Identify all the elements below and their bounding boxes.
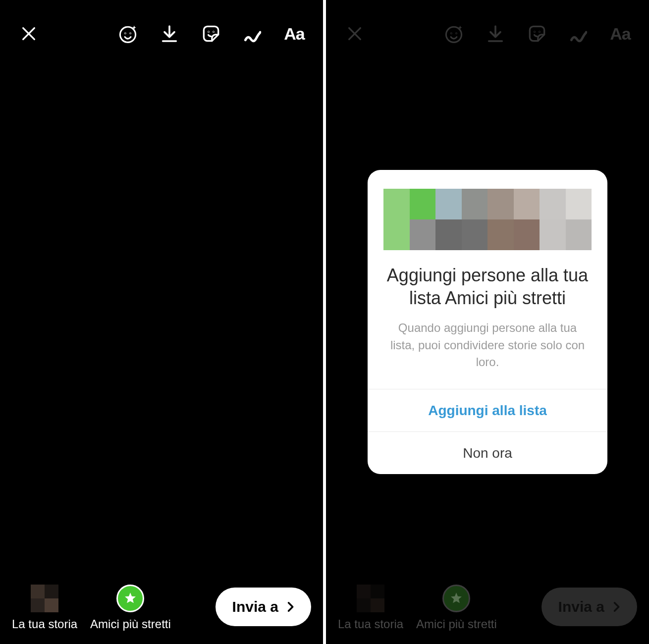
draw-icon[interactable] — [242, 23, 264, 45]
your-story-option[interactable]: La tua storia — [12, 585, 77, 631]
download-icon[interactable] — [159, 23, 180, 45]
text-tool-icon[interactable]: Aa — [283, 23, 305, 45]
chevron-right-icon — [283, 600, 297, 614]
story-editor-toolbar: Aa — [0, 19, 323, 49]
close-friends-option[interactable]: Amici più stretti — [90, 585, 171, 631]
svg-point-3 — [125, 33, 126, 34]
svg-point-2 — [120, 27, 135, 42]
svg-point-8 — [214, 32, 214, 32]
send-to-button[interactable]: Invia a — [216, 588, 311, 626]
svg-point-9 — [259, 31, 261, 33]
send-to-label: Invia a — [232, 598, 278, 615]
close-friends-modal: Aggiungi persone alla tua lista Amici pi… — [368, 170, 607, 475]
not-now-button[interactable]: Non ora — [368, 431, 607, 474]
story-editor-right: Aa La tua storia Amici più stretti Invia… — [326, 0, 649, 644]
star-icon — [116, 585, 144, 612]
effects-icon[interactable] — [117, 23, 139, 45]
close-icon[interactable] — [18, 23, 40, 45]
your-story-label: La tua storia — [12, 617, 77, 631]
sticker-icon[interactable] — [200, 23, 222, 45]
modal-description: Quando aggiungi persone alla tua lista, … — [368, 310, 607, 389]
modal-overlay[interactable]: Aggiungi persone alla tua lista Amici pi… — [326, 0, 649, 644]
story-share-bar: La tua storia Amici più stretti Invia a — [0, 572, 323, 631]
svg-point-4 — [130, 33, 131, 34]
avatar — [31, 585, 58, 612]
modal-illustration — [368, 170, 607, 264]
svg-point-7 — [209, 32, 209, 32]
story-editor-left: Aa La tua storia Amici più stretti Invia… — [0, 0, 323, 644]
modal-title: Aggiungi persone alla tua lista Amici pi… — [368, 264, 607, 310]
add-to-list-button[interactable]: Aggiungi alla lista — [368, 389, 607, 431]
close-friends-label: Amici più stretti — [90, 617, 171, 631]
